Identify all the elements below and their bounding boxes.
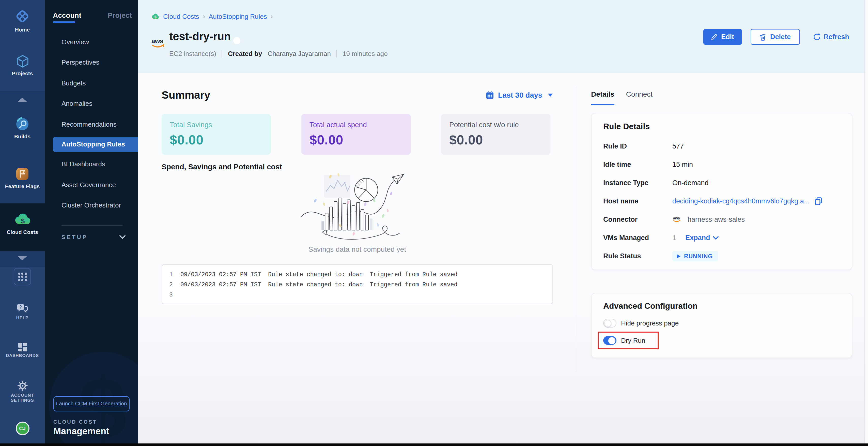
projects-cube-icon: [16, 54, 29, 68]
instance-type-row: Instance Type On-demand: [603, 177, 840, 188]
feature-flags-icon: [15, 167, 29, 181]
avatar-initials: CJ: [16, 422, 29, 435]
chart-heading: Spend, Savings and Potential cost: [162, 163, 577, 171]
rail-label-builds: Builds: [14, 133, 30, 139]
calendar-icon: [486, 91, 494, 99]
chevron-up-icon: [18, 98, 27, 102]
breadcrumb: $ Cloud Costs › AutoStopping Rules ›: [151, 12, 273, 20]
sidebar-item-bi-dashboards[interactable]: BI Dashboards: [45, 154, 138, 174]
sidebar-item-cluster-orchestrator[interactable]: Cluster Orchestrator: [45, 195, 138, 216]
rail-collapse-down[interactable]: [0, 256, 45, 260]
setup-section-toggle[interactable]: SETUP: [61, 234, 126, 240]
rule-details-card: Rule Details Rule ID 577 Idle time 15 mi…: [591, 113, 852, 270]
advanced-configuration-card: Advanced Configuration Hide progress pag…: [591, 293, 852, 358]
help-chat-icon: ?: [17, 304, 28, 314]
breadcrumb-link-cloud-costs[interactable]: Cloud Costs: [163, 12, 199, 20]
dry-run-toggle[interactable]: [603, 336, 616, 345]
launch-ccm-first-gen-button[interactable]: Launch CCM First Generation: [53, 396, 130, 411]
harness-home-icon: [14, 8, 30, 24]
rail-label-feature-flags: Feature Flags: [5, 183, 40, 189]
vms-managed-row: VMs Managed 1 Expand: [603, 232, 840, 243]
created-age: 19 minutes ago: [343, 50, 388, 57]
builds-icon: [15, 117, 29, 131]
vms-count: 1: [672, 234, 676, 242]
delete-button[interactable]: Delete: [750, 29, 800, 45]
host-name-row: Host name deciding-kodiak-cg4qcs4h0mmv6l…: [603, 196, 840, 206]
dry-run-annotation-highlight: Dry Run: [598, 332, 658, 349]
status-badge: RUNNING: [672, 251, 718, 261]
rail-item-help[interactable]: ? HELP: [0, 304, 45, 321]
total-actual-spend-label: Total actual spend: [309, 121, 402, 129]
sidebar-item-overview[interactable]: Overview: [45, 32, 138, 52]
sidebar-brand: CLOUD COST Management: [53, 419, 109, 437]
rail-item-builds[interactable]: Builds: [0, 117, 45, 139]
rail-item-projects[interactable]: Projects: [0, 54, 45, 76]
tab-details[interactable]: Details: [591, 90, 614, 98]
idle-time-value: 15 min: [672, 161, 693, 168]
play-icon: [677, 254, 680, 258]
rail-collapse-up[interactable]: [0, 98, 45, 102]
empty-chart-message: Savings data not computed yet: [162, 245, 553, 253]
setup-chevron-icon: [119, 235, 126, 239]
hide-progress-row: Hide progress page: [603, 319, 840, 328]
rail-label-dashboards: DASHBOARDS: [6, 353, 39, 359]
vms-expand-link[interactable]: Expand: [685, 234, 719, 242]
tab-project[interactable]: Project: [108, 11, 132, 19]
refresh-icon: [813, 33, 820, 41]
copy-icon[interactable]: [815, 197, 822, 205]
sidebar-item-perspectives[interactable]: Perspectives: [45, 52, 138, 73]
hide-progress-toggle[interactable]: [603, 319, 616, 328]
bottom-bar: [0, 443, 868, 446]
potential-cost-value: $0.00: [449, 132, 542, 148]
dry-run-row: Dry Run: [603, 336, 645, 345]
svg-text:aws: aws: [151, 37, 163, 45]
scrollbar[interactable]: [864, 0, 868, 443]
chevron-down-icon: [18, 256, 27, 260]
status-text: RUNNING: [684, 253, 713, 259]
rail-item-feature-flags[interactable]: Feature Flags: [0, 167, 45, 189]
refresh-button[interactable]: Refresh: [813, 29, 849, 45]
module-selector-button[interactable]: [0, 268, 45, 285]
pencil-icon: [711, 34, 718, 40]
rail-item-dashboards[interactable]: DASHBOARDS: [0, 343, 45, 359]
aws-logo: aws: [151, 37, 167, 50]
summary-section: Summary Last 30 days Total Savings $0.00…: [138, 73, 577, 304]
date-range-picker[interactable]: Last 30 days: [486, 91, 553, 99]
tab-account[interactable]: Account: [53, 11, 81, 19]
breadcrumb-link-autostopping-rules[interactable]: AutoStopping Rules: [209, 12, 267, 20]
sidebar-item-budgets[interactable]: Budgets: [45, 73, 138, 93]
caret-down-icon: [548, 94, 553, 97]
total-actual-spend-value: $0.00: [309, 132, 402, 148]
details-panel: Details Connect Rule Details Rule ID 577…: [577, 73, 864, 358]
header-actions: Edit Delete Refresh: [703, 29, 849, 45]
rail-label-account-settings: ACCOUNT SETTINGS: [3, 393, 42, 403]
date-range-value: Last 30 days: [498, 91, 542, 99]
breadcrumb-separator: ›: [203, 12, 205, 20]
host-name-link[interactable]: deciding-kodiak-cg4qcs4h0mmv6lo7gqkg.a..…: [672, 197, 810, 205]
expand-chevron-icon: [713, 236, 719, 240]
rail-item-home[interactable]: Home: [0, 8, 45, 33]
edit-button[interactable]: Edit: [703, 29, 742, 45]
sidebar-item-autostopping-rules[interactable]: AutoStopping Rules: [53, 137, 138, 152]
meta-divider: [222, 50, 222, 57]
rail-label-cloud-costs: Cloud Costs: [7, 229, 38, 235]
resource-type: EC2 instance(s): [169, 50, 216, 57]
cloud-costs-icon: $: [13, 213, 32, 227]
brand-management: Management: [53, 426, 109, 437]
rule-activity-log[interactable]: 109/03/2023 02:57 PM IST Rule state chan…: [162, 264, 553, 304]
rule-meta: EC2 instance(s) Created by Charanya Jaya…: [169, 50, 388, 57]
sidebar-item-recommendations[interactable]: Recommendations: [45, 114, 138, 135]
svg-text:$: $: [154, 15, 157, 19]
sidebar-item-asset-governance[interactable]: Asset Governance: [45, 174, 138, 195]
account-tab-underline: [53, 21, 75, 23]
module-rail: Home Projects Builds Feature Flags $: [0, 0, 45, 446]
rail-label-projects: Projects: [12, 70, 33, 76]
rail-item-account-settings[interactable]: ACCOUNT SETTINGS: [0, 380, 45, 403]
sidebar-item-anomalies[interactable]: Anomalies: [45, 93, 138, 114]
connector-row: Connector aws harness-aws-sales: [603, 214, 840, 225]
rail-label-home: Home: [15, 26, 30, 33]
rail-item-cloud-costs[interactable]: $ Cloud Costs: [0, 213, 45, 235]
tab-connect[interactable]: Connect: [626, 90, 653, 98]
page-header: $ Cloud Costs › AutoStopping Rules › aws…: [138, 0, 864, 73]
user-avatar[interactable]: CJ: [0, 422, 45, 435]
